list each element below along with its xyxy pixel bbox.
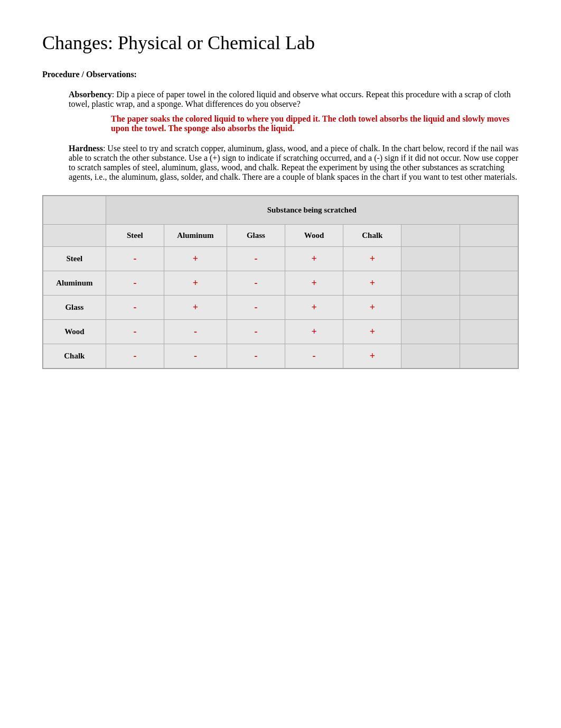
table-cell: -	[227, 320, 285, 344]
table-cell: +	[343, 247, 401, 271]
table-cell: -	[227, 247, 285, 271]
corner-cell	[43, 196, 106, 225]
section-header: Procedure / Observations:	[42, 70, 519, 79]
row-header-steel: Steel	[43, 247, 106, 271]
hardness-table: Substance being scratched Steel Aluminum…	[42, 195, 519, 369]
absorbency-title: Absorbency	[69, 90, 112, 99]
table-cell	[401, 344, 460, 368]
hardness-section: Hardness: Use steel to try and scratch c…	[69, 144, 519, 182]
table-cell: -	[227, 296, 285, 320]
table-cell	[401, 247, 460, 271]
row-header-wood: Wood	[43, 320, 106, 344]
table-cell: +	[164, 296, 227, 320]
col-steel: Steel	[106, 225, 164, 247]
table-cell: +	[285, 320, 343, 344]
table-cell	[460, 344, 518, 368]
table-cell	[460, 271, 518, 296]
hardness-title: Hardness	[69, 144, 103, 153]
table-cell: +	[164, 247, 227, 271]
table-cell: -	[106, 296, 164, 320]
table-cell	[401, 320, 460, 344]
table-cell: +	[164, 271, 227, 296]
table-cell	[460, 296, 518, 320]
table-cell	[460, 320, 518, 344]
absorbency-answer: The paper soaks the colored liquid to wh…	[111, 114, 519, 133]
table-cell: +	[285, 296, 343, 320]
table-cell: -	[285, 344, 343, 368]
table-cell: +	[343, 296, 401, 320]
col-blank-1	[401, 225, 460, 247]
table-cell: +	[343, 320, 401, 344]
table-cell: +	[343, 344, 401, 368]
hardness-body: : Use steel to try and scratch copper, a…	[69, 144, 518, 181]
table-cell: -	[106, 320, 164, 344]
absorbency-body: : Dip a piece of paper towel in the colo…	[69, 90, 511, 108]
col-wood: Wood	[285, 225, 343, 247]
table-cell: +	[343, 271, 401, 296]
table-cell: -	[227, 271, 285, 296]
col-aluminum: Aluminum	[164, 225, 227, 247]
hardness-text: Hardness: Use steel to try and scratch c…	[69, 144, 519, 182]
row-header-glass: Glass	[43, 296, 106, 320]
page-title: Changes: Physical or Chemical Lab	[42, 32, 519, 54]
table-cell	[401, 296, 460, 320]
col-glass: Glass	[227, 225, 285, 247]
col-blank-2	[460, 225, 518, 247]
table-cell: -	[164, 320, 227, 344]
table-cell: +	[285, 247, 343, 271]
table-header: Substance being scratched	[106, 196, 518, 225]
table-cell: -	[164, 344, 227, 368]
absorbency-section: Absorbency: Dip a piece of paper towel i…	[69, 90, 519, 133]
row-header-aluminum: Aluminum	[43, 271, 106, 296]
table-cell: +	[285, 271, 343, 296]
absorbency-text: Absorbency: Dip a piece of paper towel i…	[69, 90, 519, 109]
row-label-header	[43, 225, 106, 247]
col-chalk: Chalk	[343, 225, 401, 247]
table-cell: -	[106, 271, 164, 296]
table-cell: -	[227, 344, 285, 368]
table-cell	[401, 271, 460, 296]
table-cell: -	[106, 344, 164, 368]
table-cell	[460, 247, 518, 271]
table-cell: -	[106, 247, 164, 271]
row-header-chalk: Chalk	[43, 344, 106, 368]
